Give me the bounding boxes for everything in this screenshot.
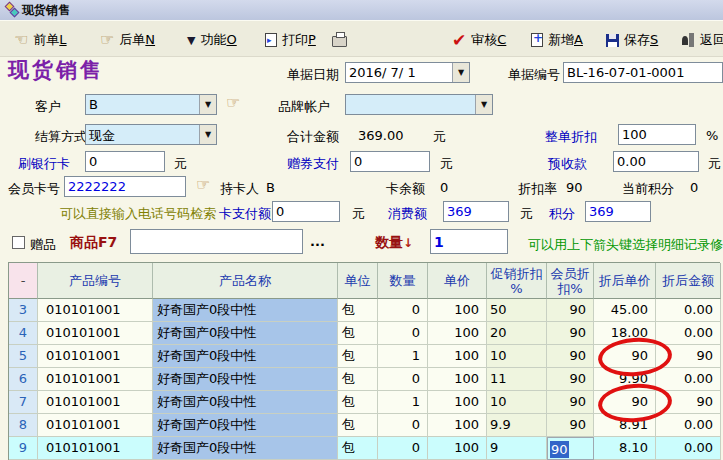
column-header-damt[interactable]: 折后金额 bbox=[656, 263, 721, 299]
card-pay-input[interactable] bbox=[272, 201, 340, 222]
cell-name[interactable]: 好奇国产0段中性 bbox=[153, 391, 338, 414]
consume-input[interactable] bbox=[443, 201, 509, 222]
chevron-down-icon[interactable]: ▼ bbox=[199, 95, 216, 114]
cell-name[interactable]: 好奇国产0段中性 bbox=[153, 437, 338, 460]
cell-qty[interactable]: 0 bbox=[378, 414, 428, 437]
cell-promo[interactable]: 20 bbox=[487, 322, 547, 345]
cell-member[interactable]: 90 bbox=[547, 345, 594, 368]
cell-damt[interactable]: 90 bbox=[656, 391, 721, 414]
cell-member[interactable]: 90 bbox=[547, 322, 594, 345]
ellipsis-label[interactable]: ... bbox=[310, 234, 325, 249]
cell-num[interactable]: 6 bbox=[9, 368, 38, 391]
next-doc-button[interactable]: ☞ 后单N bbox=[100, 29, 155, 51]
brand-account-select[interactable]: ▼ bbox=[345, 94, 493, 115]
cell-num[interactable]: 4 bbox=[9, 322, 38, 345]
table-row-8[interactable]: 8010101001好奇国产0段中性包01009.9908.910.00 bbox=[9, 414, 719, 437]
cell-price[interactable]: 100 bbox=[428, 391, 487, 414]
cell-num[interactable]: 8 bbox=[9, 414, 38, 437]
cell-qty[interactable]: 0 bbox=[378, 437, 428, 460]
cell-damt[interactable]: 0.00 bbox=[656, 322, 721, 345]
cell-member[interactable]: 90 bbox=[547, 414, 594, 437]
cell-damt[interactable]: 0.00 bbox=[656, 299, 721, 322]
coupon-pay-input[interactable] bbox=[350, 151, 430, 172]
customer-select[interactable]: B ▼ bbox=[85, 94, 217, 115]
settle-method-select[interactable]: 现金 ▼ bbox=[85, 124, 217, 145]
save-button[interactable]: 保存S bbox=[606, 29, 658, 51]
new-button[interactable]: 新增A bbox=[531, 29, 583, 51]
cell-code[interactable]: 010101001 bbox=[38, 345, 153, 368]
points-input[interactable] bbox=[585, 201, 651, 222]
chevron-down-icon[interactable]: ▼ bbox=[452, 63, 469, 82]
cell-price[interactable]: 100 bbox=[428, 414, 487, 437]
cell-code[interactable]: 010101001 bbox=[38, 391, 153, 414]
cell-dprice[interactable]: 90 bbox=[594, 345, 656, 368]
cell-price[interactable]: 100 bbox=[428, 299, 487, 322]
cell-dprice[interactable]: 45.00 bbox=[594, 299, 656, 322]
column-header-price[interactable]: 单价 bbox=[428, 263, 487, 299]
cell-unit[interactable]: 包 bbox=[338, 414, 378, 437]
cell-code[interactable]: 010101001 bbox=[38, 299, 153, 322]
cell-dprice[interactable]: 8.91 bbox=[594, 414, 656, 437]
table-row-6[interactable]: 6010101001好奇国产0段中性包010011909.900.00 bbox=[9, 368, 719, 391]
cell-price[interactable]: 100 bbox=[428, 437, 487, 460]
cell-member[interactable]: 90 bbox=[547, 437, 594, 460]
cell-promo[interactable]: 9.9 bbox=[487, 414, 547, 437]
cell-member[interactable]: 90 bbox=[547, 299, 594, 322]
cell-unit[interactable]: 包 bbox=[338, 299, 378, 322]
cell-num[interactable]: 5 bbox=[9, 345, 38, 368]
chevron-down-icon[interactable]: ▼ bbox=[199, 125, 216, 144]
hand-pointer-icon[interactable]: ☞ bbox=[226, 95, 240, 111]
table-row-3[interactable]: 3010101001好奇国产0段中性包0100509045.000.00 bbox=[9, 299, 719, 322]
column-header-qty[interactable]: 数量 bbox=[378, 263, 428, 299]
cell-promo[interactable]: 50 bbox=[487, 299, 547, 322]
gift-checkbox[interactable] bbox=[12, 236, 25, 249]
cell-code[interactable]: 010101001 bbox=[38, 322, 153, 345]
column-header-code[interactable]: 产品编号 bbox=[38, 263, 153, 299]
column-header-promo[interactable]: 促销折扣% bbox=[487, 263, 547, 299]
cell-num[interactable]: 9 bbox=[9, 437, 38, 460]
cell-unit[interactable]: 包 bbox=[338, 437, 378, 460]
cell-damt[interactable]: 0.00 bbox=[656, 414, 721, 437]
cell-qty[interactable]: 0 bbox=[378, 322, 428, 345]
cell-qty[interactable]: 1 bbox=[378, 345, 428, 368]
cell-promo[interactable]: 11 bbox=[487, 368, 547, 391]
cell-name[interactable]: 好奇国产0段中性 bbox=[153, 322, 338, 345]
cell-price[interactable]: 100 bbox=[428, 322, 487, 345]
cell-name[interactable]: 好奇国产0段中性 bbox=[153, 414, 338, 437]
cell-unit[interactable]: 包 bbox=[338, 391, 378, 414]
cell-unit[interactable]: 包 bbox=[338, 345, 378, 368]
cell-name[interactable]: 好奇国产0段中性 bbox=[153, 299, 338, 322]
column-header-name[interactable]: 产品名称 bbox=[153, 263, 338, 299]
column-header-dprice[interactable]: 折后单价 bbox=[594, 263, 656, 299]
quantity-input[interactable] bbox=[430, 229, 508, 254]
cell-price[interactable]: 100 bbox=[428, 345, 487, 368]
column-header-unit[interactable]: 单位 bbox=[338, 263, 378, 299]
cell-price[interactable]: 100 bbox=[428, 368, 487, 391]
member-card-input[interactable] bbox=[64, 176, 186, 197]
cell-member[interactable]: 90 bbox=[547, 368, 594, 391]
doc-no-input[interactable] bbox=[563, 62, 723, 83]
print-button[interactable]: 打印P bbox=[265, 29, 316, 51]
column-header-member[interactable]: 会员折扣% bbox=[547, 263, 594, 299]
audit-button[interactable]: ✔ 审核C bbox=[452, 29, 506, 51]
cell-dprice[interactable]: 8.10 bbox=[594, 437, 656, 460]
return-button[interactable]: 返回 bbox=[681, 29, 723, 51]
cell-damt[interactable]: 90 bbox=[656, 345, 721, 368]
table-row-7[interactable]: 7010101001好奇国产0段中性包110010909090 bbox=[9, 391, 719, 414]
cell-code[interactable]: 010101001 bbox=[38, 437, 153, 460]
advance-input[interactable] bbox=[613, 151, 699, 172]
cell-code[interactable]: 010101001 bbox=[38, 368, 153, 391]
cell-num[interactable]: 7 bbox=[9, 391, 38, 414]
table-row-4[interactable]: 4010101001好奇国产0段中性包0100209018.000.00 bbox=[9, 322, 719, 345]
cell-damt[interactable]: 0.00 bbox=[656, 437, 721, 460]
cell-unit[interactable]: 包 bbox=[338, 322, 378, 345]
cell-promo[interactable]: 10 bbox=[487, 391, 547, 414]
table-row-5[interactable]: 5010101001好奇国产0段中性包110010909090 bbox=[9, 345, 719, 368]
column-header-num[interactable]: - bbox=[9, 263, 38, 299]
cell-qty[interactable]: 0 bbox=[378, 299, 428, 322]
whole-discount-input[interactable] bbox=[618, 124, 696, 145]
chevron-down-icon[interactable]: ▼ bbox=[475, 95, 492, 114]
cell-dprice[interactable]: 90 bbox=[594, 391, 656, 414]
hand-pointer-icon[interactable]: ☞ bbox=[196, 177, 210, 193]
cell-member[interactable]: 90 bbox=[547, 391, 594, 414]
